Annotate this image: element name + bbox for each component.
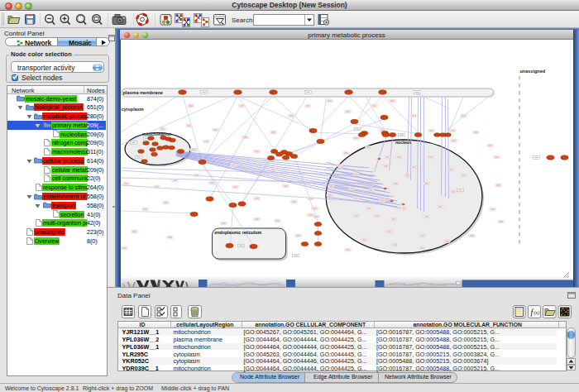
svg-text:nucleus: nucleus [395, 140, 411, 145]
svg-text:unassigned: unassigned [519, 69, 545, 74]
svg-text:(x): (x) [534, 310, 540, 316]
svg-text:cytoplasm: cytoplasm [121, 107, 143, 112]
svg-text:endoplasmic reticulum: endoplasmic reticulum [214, 230, 261, 235]
svg-text:plasma membrane: plasma membrane [122, 90, 162, 95]
svg-text:mitochondrion: mitochondrion [142, 131, 171, 136]
svg-text:Search:: Search: [232, 17, 255, 24]
